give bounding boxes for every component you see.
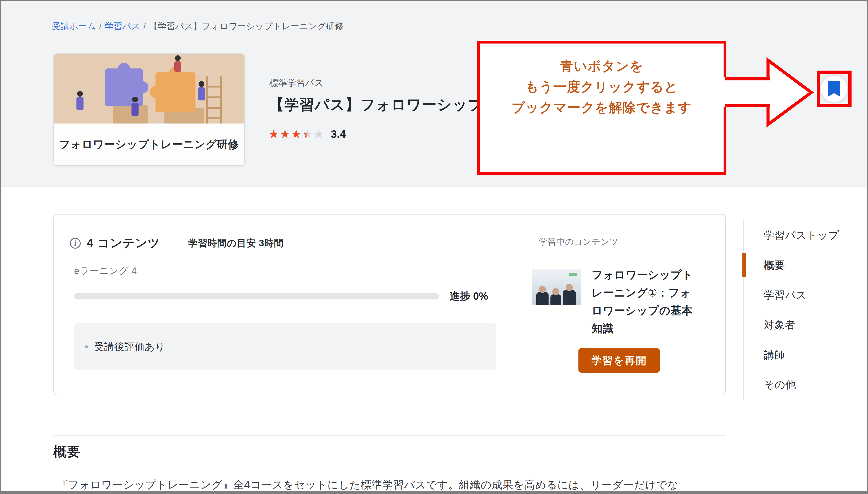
person-figure [198, 81, 205, 100]
annotation-highlight-box [817, 71, 851, 107]
star-icon: ★ [291, 128, 302, 140]
bookmark-button[interactable] [821, 76, 847, 102]
progress-label: 進捗 0% [449, 289, 488, 303]
nav-item-label: 概要 [764, 258, 785, 272]
card-divider [518, 233, 518, 377]
course-thumbnail: フォロワーシップトレーニング研修 [53, 53, 245, 166]
breadcrumb-learning-path-link[interactable]: 学習パス [105, 21, 140, 31]
content-title-link[interactable]: フォロワーシップトレーニング①：フォロワーシップの基本知識 [592, 266, 698, 337]
person-silhouette [551, 294, 561, 305]
thumbnail-caption: フォロワーシップトレーニング研修 [54, 124, 244, 165]
nav-item-label: その他 [764, 378, 796, 392]
star-rating-icons: ★★★★★ [268, 128, 325, 140]
study-time: 学習時間の目安 3時間 [188, 236, 284, 250]
star-icon: ★ [268, 128, 280, 140]
callout-text-line: ブックマークを解除できます [512, 97, 692, 118]
person-figure [76, 91, 83, 110]
breadcrumb-separator: / [143, 21, 146, 31]
nav-item-instructor[interactable]: 講師 [744, 340, 842, 370]
lms-learning-path-page: 受講ホーム/学習パス/【学習パス】フォロワーシップトレーニング研修 フォロワーシ… [0, 0, 868, 494]
breadcrumb-home-link[interactable]: 受講ホーム [52, 21, 96, 31]
section-nav: 学習パストップ 概要 学習パス 対象者 講師 その他 [743, 221, 842, 400]
learning-now-label: 学習中のコンテンツ [539, 236, 618, 248]
ladder-illustration [206, 76, 222, 124]
nav-item-target[interactable]: 対象者 [744, 310, 842, 340]
nav-item-label: 講師 [764, 348, 785, 362]
resume-learning-button[interactable]: 学習を再開 [578, 348, 660, 373]
bullet-icon [85, 345, 88, 348]
person-silhouette [563, 290, 576, 305]
nav-item-learning-path[interactable]: 学習パス [744, 280, 842, 310]
rating-value: 3.4 [331, 128, 346, 140]
path-type-label: 標準学習パス [269, 77, 324, 89]
callout-text-line: もう一度クリックすると [525, 76, 678, 97]
person-figure [132, 97, 138, 116]
callout-text-line: 青いボタンを [560, 56, 643, 76]
puzzle-illustration [54, 54, 244, 125]
section-divider [53, 435, 726, 436]
sign-decor [569, 273, 577, 277]
star-icon: ★ [280, 128, 291, 140]
annotation-arrow-icon [707, 55, 817, 131]
breadcrumb: 受講ホーム/学習パス/【学習パス】フォロワーシップトレーニング研修 [52, 20, 344, 32]
course-rating: ★★★★★ 3.4 [268, 128, 346, 140]
nav-item-other[interactable]: その他 [744, 370, 842, 400]
puzzle-piece-orange [155, 72, 195, 112]
nav-item-label: 学習パストップ [764, 228, 839, 242]
info-icon: i [70, 238, 81, 249]
overview-paragraph: 『フォロワーシップトレーニング』全4コースをセットにした標準学習パスです。組織の… [57, 477, 744, 493]
person-silhouette [536, 292, 548, 305]
star-icon: ★ [313, 128, 325, 140]
page-header: 受講ホーム/学習パス/【学習パス】フォロワーシップトレーニング研修 フォロワーシ… [1, 1, 867, 187]
puzzle-piece-shadow [113, 105, 148, 125]
contents-count: 4 コンテンツ [87, 235, 160, 251]
star-icon: ★ [302, 128, 313, 140]
nav-item-label: 対象者 [764, 318, 795, 332]
breadcrumb-current: 【学習パス】フォロワーシップトレーニング研修 [149, 21, 344, 31]
nav-item-path-top[interactable]: 学習パストップ [744, 221, 842, 250]
bookmark-icon [828, 81, 841, 97]
progress-bar [74, 293, 439, 300]
nav-item-overview[interactable]: 概要 [744, 250, 842, 280]
overview-heading: 概要 [53, 443, 81, 461]
evaluation-note: 受講後評価あり [94, 340, 166, 353]
breadcrumb-separator: / [99, 21, 102, 31]
path-summary-card: i 4 コンテンツ 学習時間の目安 3時間 eラーニング 4 進捗 0% 受講後… [53, 214, 726, 395]
nav-item-label: 学習パス [764, 288, 807, 302]
evaluation-note-box: 受講後評価あり [74, 323, 496, 370]
person-figure [174, 55, 181, 72]
content-thumbnail[interactable] [532, 269, 581, 305]
annotation-callout: 青いボタンを もう一度クリックすると ブックマークを解除できます [477, 41, 727, 175]
elearning-count: eラーニング 4 [74, 264, 137, 277]
progress-row: 進捗 0% [74, 289, 488, 303]
